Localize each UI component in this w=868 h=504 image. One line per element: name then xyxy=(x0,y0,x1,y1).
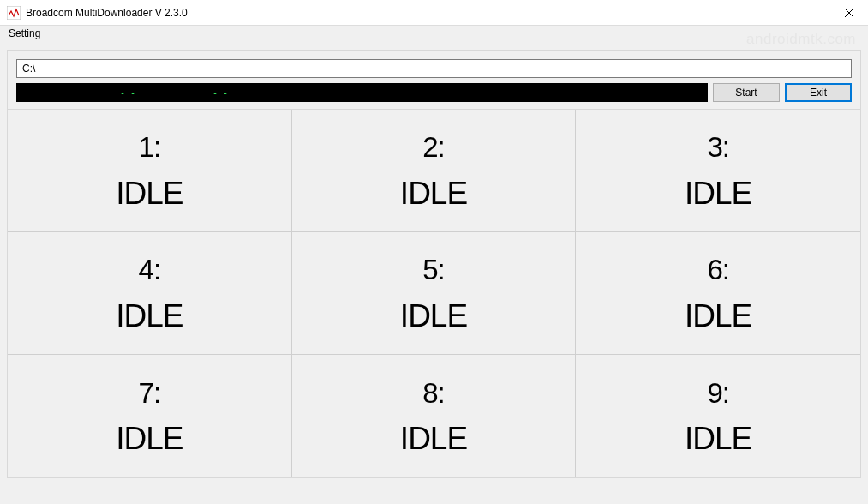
slot-cell: 5: IDLE xyxy=(292,232,577,355)
slot-status: IDLE xyxy=(116,423,183,454)
slot-status: IDLE xyxy=(400,177,467,209)
menu-setting[interactable]: Setting xyxy=(5,27,44,40)
path-input[interactable] xyxy=(16,59,852,78)
slot-cell: 4: IDLE xyxy=(8,232,292,355)
progress-row: - - - - Start Exit xyxy=(16,83,852,102)
menubar: Setting xyxy=(0,26,868,43)
exit-button[interactable]: Exit xyxy=(785,83,852,102)
slot-cell: 8: IDLE xyxy=(292,355,577,477)
slot-number: 8: xyxy=(422,378,445,409)
slot-number: 4: xyxy=(139,255,161,285)
slot-number: 2: xyxy=(422,132,445,163)
slot-number: 3: xyxy=(707,132,729,163)
progress-bar: - - - - xyxy=(16,83,708,102)
app-icon xyxy=(7,6,21,20)
slot-status: IDLE xyxy=(400,300,467,332)
close-icon xyxy=(845,9,853,17)
slot-number: 9: xyxy=(707,378,729,409)
slot-number: 6: xyxy=(707,255,729,285)
svg-rect-0 xyxy=(7,6,21,20)
start-button[interactable]: Start xyxy=(713,83,780,102)
content-area: - - - - Start Exit 1: IDLE 2: IDLE 3: ID… xyxy=(0,43,868,504)
slot-cell: 3: IDLE xyxy=(576,110,860,232)
slot-cell: 1: IDLE xyxy=(8,110,292,232)
slot-number: 1: xyxy=(139,132,161,163)
slot-number: 7: xyxy=(139,378,161,409)
slot-cell: 7: IDLE xyxy=(8,355,292,477)
progress-tick: - - xyxy=(213,88,228,98)
slot-cell: 6: IDLE xyxy=(576,232,860,355)
slot-status: IDLE xyxy=(116,300,183,332)
slot-status: IDLE xyxy=(400,423,467,454)
slots-panel: 1: IDLE 2: IDLE 3: IDLE 4: IDLE 5: IDLE … xyxy=(7,110,861,478)
slot-status: IDLE xyxy=(116,177,183,209)
slot-status: IDLE xyxy=(685,300,751,332)
slot-status: IDLE xyxy=(685,423,751,454)
top-panel: - - - - Start Exit xyxy=(7,50,861,110)
slot-status: IDLE xyxy=(685,177,751,209)
slots-grid: 1: IDLE 2: IDLE 3: IDLE 4: IDLE 5: IDLE … xyxy=(8,110,860,477)
slot-number: 5: xyxy=(422,255,445,285)
window-title: Broadcom MultiDownloader V 2.3.0 xyxy=(26,7,829,19)
slot-cell: 2: IDLE xyxy=(292,110,577,232)
titlebar: Broadcom MultiDownloader V 2.3.0 xyxy=(0,0,868,26)
progress-tick: - - xyxy=(120,88,135,98)
close-button[interactable] xyxy=(829,0,868,26)
slot-cell: 9: IDLE xyxy=(576,355,860,477)
